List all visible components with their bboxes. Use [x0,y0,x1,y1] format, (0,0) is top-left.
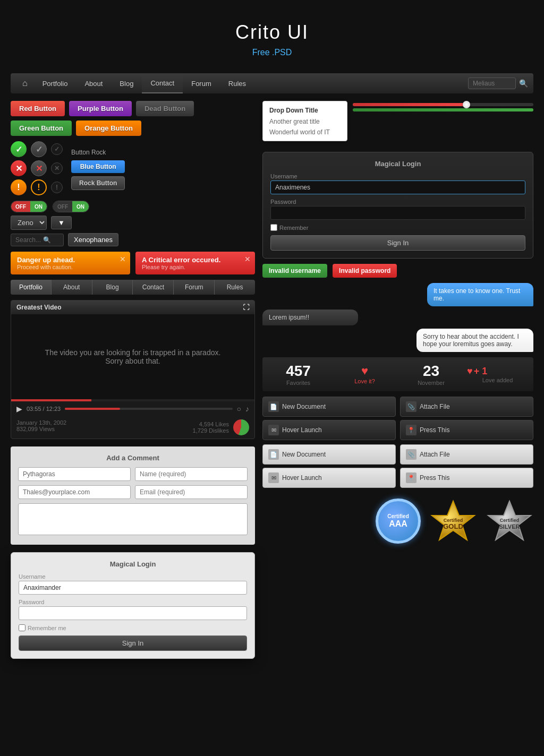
comment-name-placeholder[interactable] [135,467,248,481]
video-player: Greatest Video ⛶ The video you are looki… [11,300,255,439]
dropdown-arrow[interactable]: ▼ [51,216,72,229]
nav-item-blog[interactable]: Blog [111,73,142,93]
comment-fields [18,467,248,481]
toggle-2[interactable]: OFF ON [53,201,89,212]
action-buttons-dark-row-1: 📄 New Document 📎 Attach File [262,397,533,417]
slider-green[interactable] [353,108,533,111]
exclaim-orange-icon[interactable]: ! [11,179,27,195]
button-row-2: Green Button Orange Button [11,121,255,136]
exclaim-mini-icon: ! [51,182,63,193]
dropdown-menu-item-1[interactable]: Another great title [263,116,347,127]
login-password-input[interactable] [19,606,247,620]
attach-dark-button[interactable]: 📎 Attach File [400,397,533,417]
login-dark-remember-checkbox[interactable] [270,224,277,231]
alert-red[interactable]: A Critical error occured. Please try aga… [135,252,255,274]
nav-item-contact[interactable]: Contact [142,73,183,93]
alert-orange-close[interactable]: ✕ [120,255,126,263]
new-doc-dark-label: New Document [282,403,326,410]
press-light-button[interactable]: 📍 Press This [400,468,533,488]
cert-aaa-line2: AAA [389,519,407,529]
check-green-icon[interactable]: ✓ [11,141,27,157]
search-placeholder: Search... [15,236,41,244]
tab-portfolio[interactable]: Portfolio [11,280,52,295]
nav-item-forum[interactable]: Forum [183,73,220,93]
tab-contact[interactable]: Contact [133,280,174,295]
icon-section: ✓ ✓ ✓ ✕ ✕ ✕ ! ! ! But [11,141,255,195]
play-button[interactable]: ▶ [16,405,22,413]
expand-icon[interactable]: ⛶ [243,304,249,311]
search-box[interactable]: Search... 🔍 [11,234,64,246]
purple-button[interactable]: Purple Button [69,101,132,116]
green-button[interactable]: Green Button [11,121,72,136]
toggle-off-gray-label: OFF [53,201,72,212]
button-row-1: Red Button Purple Button Dead Button [11,101,255,116]
cross-red-icon[interactable]: ✕ [11,160,27,176]
video-header: Greatest Video ⛶ [11,300,254,314]
tab-blog[interactable]: Blog [92,280,133,295]
red-button[interactable]: Red Button [11,101,65,116]
comment-name-input[interactable] [18,467,131,481]
tab-forum[interactable]: Forum [174,280,215,295]
login-remember-checkbox[interactable] [19,624,26,631]
press-dark-button[interactable]: 📍 Press This [400,420,533,440]
check-gray-icon[interactable]: ✓ [31,141,47,157]
dropdown-menu-item-2[interactable]: Wonderful world of IT [263,127,347,138]
toggle-1[interactable]: OFF ON [11,201,47,212]
login-dark-signin-button[interactable]: Sign In [270,235,525,251]
cross-dark-icon[interactable]: ✕ [31,160,47,176]
nav-item-rules[interactable]: Rules [220,73,254,93]
sound-icon[interactable]: ♪ [245,405,249,413]
nav-item-about[interactable]: About [76,73,111,93]
comment-email-placeholder[interactable] [135,485,248,499]
nav-item-portfolio[interactable]: Portfolio [34,73,76,93]
alert-orange-title: Danger up ahead. [17,256,114,264]
login-dark-password-input[interactable] [270,206,525,220]
heart-icon[interactable]: ♥ [334,364,395,378]
login-signin-button[interactable]: Sign In [19,635,247,651]
hover-dark-label: Hover Launch [282,426,322,434]
dead-button[interactable]: Dead Button [136,101,194,116]
zeno-select[interactable]: Zeno [11,216,47,230]
attach-light-button[interactable]: 📎 Attach File [400,444,533,465]
check-dark-icon: ✓ [51,143,63,155]
hover-dark-button[interactable]: ✉ Hover Launch [262,420,396,440]
comment-email-input[interactable] [18,485,131,499]
tab-about[interactable]: About [52,280,92,295]
orange-button[interactable]: Orange Button [76,121,141,136]
new-doc-light-button[interactable]: 📄 New Document [262,444,396,465]
video-title: Greatest Video [16,304,61,311]
hover-light-button[interactable]: ✉ Hover Launch [262,468,396,488]
cross-mini-icon: ✕ [51,162,63,174]
login-username-input[interactable] [19,581,247,595]
clip-light-icon: 📎 [406,449,416,460]
nav-search-input[interactable] [468,78,516,89]
login-dark-username-input[interactable] [270,181,525,194]
progress-bar[interactable] [65,408,232,410]
volume-icon[interactable]: ○ [237,405,241,413]
alert-red-close[interactable]: ✕ [244,255,251,263]
rock-button[interactable]: Rock Button [71,176,125,190]
tab-navigation: Portfolio About Blog Contact Forum Rules [11,280,255,295]
tab-rules[interactable]: Rules [215,280,255,295]
login-modal-title: Magical Login [19,560,247,568]
nav-home-icon[interactable]: ⌂ [16,79,34,88]
pie-chart [233,419,249,435]
slider-red[interactable] [353,103,533,106]
exclaim-outline-icon[interactable]: ! [31,179,47,195]
new-doc-dark-button[interactable]: 📄 New Document [262,397,396,417]
pin-light-icon: 📍 [406,472,416,483]
alert-orange[interactable]: Danger up ahead. Proceed with caution. ✕ [11,252,130,274]
love-added-label: Love added [467,377,528,383]
clip-icon: 📎 [406,401,416,412]
comment-textarea[interactable] [18,503,248,535]
search-glass-icon: 🔍 [43,236,51,244]
slider-row-2 [353,108,533,111]
dropdown-menu-title[interactable]: Drop Down Title [263,105,347,116]
search-icon[interactable]: 🔍 [519,79,528,88]
press-light-label: Press This [420,474,449,482]
blue-button[interactable]: Blue Button [71,160,125,173]
comment-title: Add a Comment [18,454,248,462]
cert-aaa-container: Certified AAA [376,499,421,546]
xenophanes-input[interactable]: Xenophanes [68,233,118,246]
svg-text:Certified: Certified [500,518,520,523]
